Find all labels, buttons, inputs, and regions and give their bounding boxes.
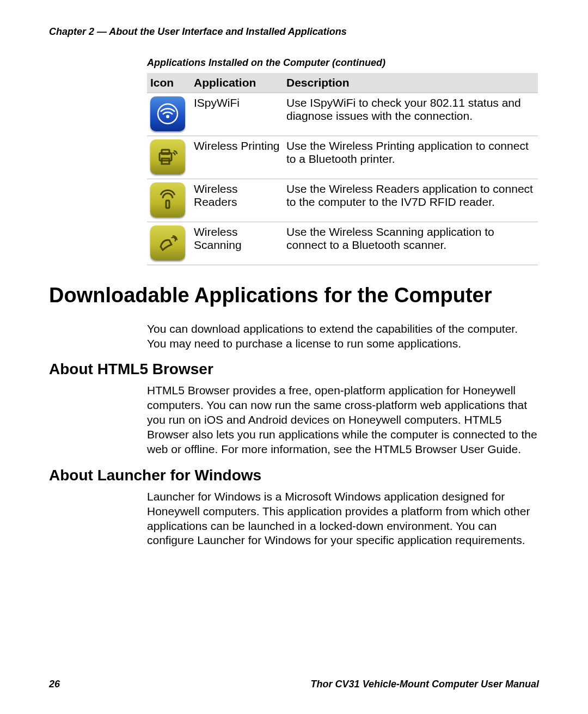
applications-table: Icon Application Description ISpyWiFi Us… <box>147 73 538 265</box>
subsection-body-launcher: Launcher for Windows is a Microsoft Wind… <box>147 490 539 548</box>
subsection-heading-html5: About HTML5 Browser <box>49 361 539 378</box>
app-name: Wireless Printing <box>191 136 283 179</box>
subsection-body-html5: HTML5 Browser provides a free, open-plat… <box>147 383 539 456</box>
table-row: ISpyWiFi Use ISpyWiFi to check your 802.… <box>147 93 538 136</box>
table-row: Wireless Scanning Use the Wireless Scann… <box>147 222 538 265</box>
app-description: Use the Wireless Scanning application to… <box>283 222 538 265</box>
app-name: ISpyWiFi <box>191 93 283 136</box>
manual-title: Thor CV31 Vehicle-Mount Computer User Ma… <box>311 679 539 690</box>
app-name: Wireless Scanning <box>191 222 283 265</box>
table-row: Wireless Readers Use the Wireless Reader… <box>147 179 538 222</box>
app-description: Use the Wireless Printing application to… <box>283 136 538 179</box>
app-description: Use ISpyWiFi to check your 802.11 status… <box>283 93 538 136</box>
section-heading: Downloadable Applications for the Comput… <box>49 284 539 308</box>
wireless-reader-icon <box>150 182 185 217</box>
section-intro: You can download applications to extend … <box>147 322 539 351</box>
subsection-heading-launcher: About Launcher for Windows <box>49 467 539 484</box>
col-header-application: Application <box>191 73 283 93</box>
wireless-scanner-icon <box>150 225 185 260</box>
app-description: Use the Wireless Readers application to … <box>283 179 538 222</box>
table-caption: Applications Installed on the Computer (… <box>147 57 539 69</box>
page-footer: 26 Thor CV31 Vehicle-Mount Computer User… <box>49 679 539 690</box>
table-row: Wireless Printing Use the Wireless Print… <box>147 136 538 179</box>
wifi-signal-icon <box>150 96 185 131</box>
svg-rect-5 <box>166 200 169 208</box>
col-header-icon: Icon <box>147 73 191 93</box>
svg-point-1 <box>166 115 169 118</box>
app-name: Wireless Readers <box>191 179 283 222</box>
col-header-description: Description <box>283 73 538 93</box>
page-number: 26 <box>49 679 60 690</box>
svg-rect-3 <box>162 150 169 154</box>
table-header-row: Icon Application Description <box>147 73 538 93</box>
chapter-header: Chapter 2 — About the User Interface and… <box>49 26 539 38</box>
wireless-printer-icon <box>150 139 185 174</box>
svg-point-0 <box>158 104 177 124</box>
